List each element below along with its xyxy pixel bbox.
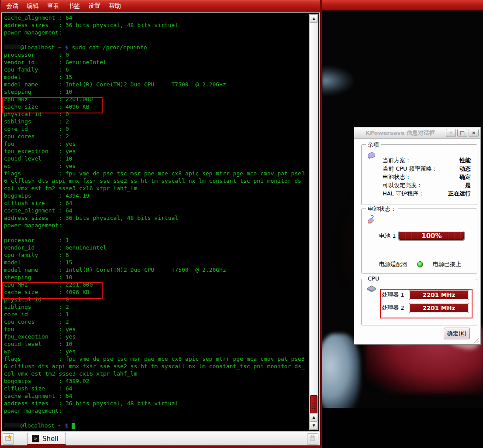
terminal-line: clflush size : 64 [4,385,307,392]
terminal-line: 6 clflush dts acpi mmx fxsr sse sse2 ss … [4,363,307,370]
terminal-line: clflush size : 64 [4,199,307,207]
scrollbar-bottom-buttons: ▲ ▼ [310,413,318,430]
terminal-line: bogomips : 4394.19 [4,192,307,199]
terminal-line: wp : yes [4,348,307,355]
terminal-line: cpuid level : 10 [4,340,307,348]
menu-item[interactable]: 书签 [68,2,80,10]
minimize-button[interactable]: – [446,129,456,137]
scroll-up-button[interactable]: ▲ [310,14,318,23]
close-session-button[interactable] [307,433,318,445]
terminal-icon: > [32,435,39,442]
photo-blue-highlight [322,65,355,96]
info-label: 可以设定亮度： [383,181,422,189]
misc-legend: 杂项 [366,141,381,149]
terminal-output[interactable]: cache_alignment : 64address sizes : 36 b… [4,14,307,430]
menu-item[interactable]: 查看 [47,2,59,10]
power-led-icon [417,261,423,267]
adapter-row: 电源适配器 电源已接上 [379,260,461,268]
info-value: 性能 [459,156,471,164]
ok-label-suffix: ) [464,330,466,337]
maximize-button[interactable]: □ [457,129,467,137]
konsole-window: 会话编辑查看书签设置帮助 cache_alignment : 64address… [0,0,322,448]
dialog-titlebar[interactable]: KPowersave 信息对话框 – □ × [354,127,480,139]
tab-bar: > Shell [1,432,320,445]
new-session-icon [4,434,12,444]
close-session-icon [309,434,317,444]
scrollbar-grip-icon [311,403,316,410]
terminal-line: bogomips : 4389.02 [4,377,307,385]
terminal-line: fpu_exception : yes [4,147,307,155]
battery-legend: 电池状态： [366,205,398,213]
terminal-line: @localhost ~ $ [4,422,307,429]
close-button[interactable]: × [469,129,479,137]
battery-progressbar: 100% [398,231,465,241]
adapter-label: 电源适配器 [379,260,407,268]
menu-item[interactable]: 编辑 [27,2,39,10]
terminal-line: cpuid level : 10 [4,155,307,162]
terminal-line: cpu cores : 2 [4,318,307,325]
terminal-line: model name : Intel(R) Core(TM)2 Duo CPU … [4,81,307,88]
terminal-line: address sizes : 36 bits physical, 48 bit… [4,400,307,407]
adapter-status: 电源已接上 [433,260,461,268]
info-value: 是 [465,181,471,189]
terminal-line: address sizes : 36 bits physical, 48 bit… [4,214,307,222]
cpu-chip-icon [367,285,376,295]
dialog-title: KPowersave 信息对话框 [356,129,445,137]
terminal-line: flags : fpu vme de pse tsc msr pae mce c… [4,355,307,363]
menu-bar: 会话编辑查看书签设置帮助 [1,0,320,12]
info-label: 当前 CPU 频率策略： [383,164,438,173]
terminal-line: vendor_id : GenuineIntel [4,58,307,66]
terminal-scrollbar[interactable]: ▲ ▲ ▼ [309,14,318,430]
prompt-host: @localhost ~ [21,422,62,429]
terminal-line [4,414,307,422]
terminal-line: power management: [4,222,307,229]
terminal-line: cache_alignment : 64 [4,14,307,21]
info-value: 确定 [459,173,471,181]
terminal-line: core id : 0 [4,125,307,133]
redacted-username [4,44,21,49]
new-session-button[interactable] [3,433,14,445]
terminal-line: vendor_id : GenuineIntel [4,244,307,251]
ok-accel-key: K [461,330,465,337]
prompt-symbol: $ [62,44,72,51]
tab-shell[interactable]: > Shell [27,433,66,445]
terminal-line: stepping : 10 [4,274,307,281]
resize-grip[interactable] [473,337,479,343]
info-row: 当前方案：性能 [383,156,471,164]
ok-button[interactable]: 确定(K) [444,328,470,339]
kpowersave-dialog: KPowersave 信息对话框 – □ × 杂项 当前方案：性能当前 CPU … [354,127,481,345]
battery-percent: 100% [399,232,464,240]
terminal-line: wp : yes [4,162,307,170]
cpu-groupbox: CPU 处理器 12201 MHz处理器 22201 MHz [361,279,477,325]
terminal-cursor [72,423,75,429]
misc-info-rows: 当前方案：性能当前 CPU 频率策略：动态电池状态：确定可以设定亮度：是HAL … [383,156,471,198]
scroll-up-button-bottom[interactable]: ▲ [310,413,318,421]
terminal-line: power management: [4,407,307,414]
menu-item[interactable]: 帮助 [109,2,121,10]
terminal-line: core id : 1 [4,311,307,318]
redacted-username [4,423,21,427]
screen: 会话编辑查看书签设置帮助 cache_alignment : 64address… [0,0,483,448]
highlight-box-cpu1-mhz [2,282,103,299]
scroll-down-button[interactable]: ▼ [310,421,318,430]
scroll-up-icon: ▲ [312,17,315,21]
tab-label: Shell [42,435,59,443]
info-value: 正在运行 [448,189,471,198]
photo-dark-floor [322,408,483,448]
info-row: 当前 CPU 频率策略：动态 [383,164,471,173]
terminal-line: model name : Intel(R) Core(TM)2 Duo CPU … [4,266,307,274]
terminal-line: fpu : yes [4,325,307,333]
scroll-down-icon: ▼ [312,424,315,427]
cpu-legend: CPU [366,275,381,282]
powersave-plug-icon [367,151,376,161]
terminal-line: fpu_exception : yes [4,333,307,340]
menu-item[interactable]: 设置 [88,2,100,10]
terminal-line: model : 15 [4,259,307,266]
terminal-frame: cache_alignment : 64address sizes : 36 b… [1,12,320,432]
terminal-line: siblings : 2 [4,303,307,311]
terminal-line: processor : 1 [4,236,307,244]
info-value: 动态 [459,164,471,173]
menu-item[interactable]: 会话 [6,2,18,10]
terminal-line [4,229,307,236]
typed-command: sudo cat /proc/cpuinfo [72,44,147,51]
